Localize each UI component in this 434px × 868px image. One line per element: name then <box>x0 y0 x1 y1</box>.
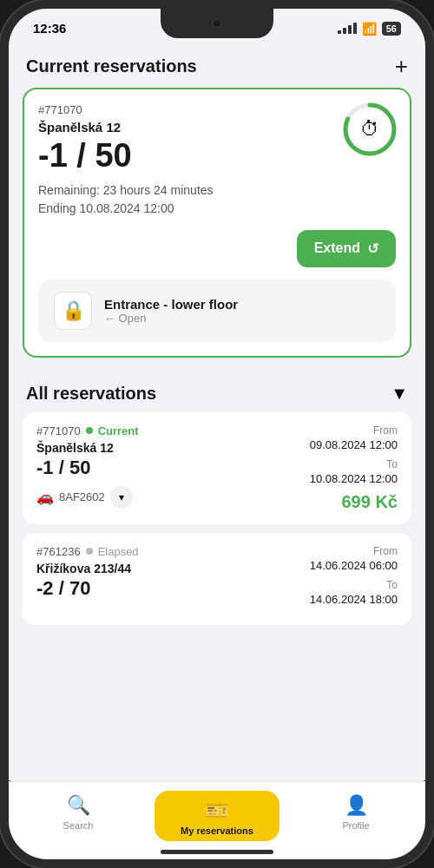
status-dot-elapsed <box>86 548 93 555</box>
res-left-col: #771070 Current Španělská 12 -1 / 50 🚗 8… <box>36 424 217 512</box>
from-label: From <box>217 545 398 557</box>
res-left-col: #761236 Elapsed Křižíkova 213/44 -2 / 70 <box>36 545 217 613</box>
current-reservations-header: Current reservations + <box>9 41 425 88</box>
battery-indicator: 56 <box>382 22 401 36</box>
status-right-icons: 📶 56 <box>338 22 401 36</box>
signal-bar-2 <box>343 28 346 34</box>
home-indicator <box>161 850 273 854</box>
extend-label: Extend <box>314 240 360 256</box>
extend-button[interactable]: Extend ↺ <box>297 230 396 267</box>
res-car-row: 🚗 8AF2602 ▾ <box>36 486 217 509</box>
res-id-text: #761236 <box>36 545 81 558</box>
status-current-label: Current <box>98 424 139 437</box>
res-location: Křižíkova 213/44 <box>36 562 217 575</box>
entrance-label: Entrance - lower floor <box>104 297 380 312</box>
res-spot: -2 / 70 <box>36 577 217 600</box>
to-date: 14.06.2024 18:00 <box>217 593 398 606</box>
list-item[interactable]: #761236 Elapsed Křižíkova 213/44 -2 / 70… <box>23 533 411 625</box>
res-price: 699 Kč <box>217 492 398 512</box>
to-date: 10.08.2024 12:00 <box>217 472 398 485</box>
current-section-title: Current reservations <box>26 56 197 76</box>
current-reservation-card: ⏱ #771070 Španělská 12 -1 / 50 Remaining… <box>23 88 411 358</box>
time-display: 12:36 <box>33 21 66 36</box>
wifi-icon: 📶 <box>362 22 377 36</box>
res-id-text: #771070 <box>36 424 81 437</box>
res-car-plate: 8AF2602 <box>59 490 105 503</box>
signal-bar-1 <box>338 30 341 34</box>
all-reservations-header: All reservations ▼ <box>9 372 425 412</box>
lock-icon-container: 🔒 <box>54 292 92 330</box>
status-dot-current <box>86 427 93 434</box>
nav-center-bg: 🎫 My reservations <box>155 791 279 841</box>
expand-button[interactable]: ▾ <box>110 486 133 509</box>
from-date: 14.06.2024 06:00 <box>217 559 398 572</box>
nav-profile[interactable]: 👤 Profile <box>286 791 425 831</box>
entrance-bar[interactable]: 🔒 Entrance - lower floor ← Open <box>38 279 396 342</box>
car-icon: 🚗 <box>36 489 54 505</box>
list-item[interactable]: #771070 Current Španělská 12 -1 / 50 🚗 8… <box>23 412 411 524</box>
signal-bars <box>338 23 357 34</box>
from-label: From <box>217 424 398 437</box>
res-id-row: #771070 Current <box>36 424 217 437</box>
from-date: 09.08.2024 12:00 <box>217 438 398 451</box>
bottom-nav: 🔍 Search 🎫 My reservations 👤 Profile <box>9 781 425 859</box>
open-label: ← Open <box>104 312 380 325</box>
remaining-text: Remaining: 23 hours 24 minutes <box>38 181 396 200</box>
filter-icon[interactable]: ▼ <box>391 384 408 404</box>
refresh-icon: ↺ <box>367 240 378 257</box>
signal-bar-4 <box>353 23 357 34</box>
phone-frame: 12:36 📶 56 Current reservations + <box>0 0 434 868</box>
notch <box>161 9 273 38</box>
add-reservation-button[interactable]: + <box>395 55 408 77</box>
search-nav-label: Search <box>63 820 94 831</box>
main-content: Current reservations + ⏱ #771070 Španěls… <box>9 41 425 780</box>
to-label: To <box>217 458 398 470</box>
res-location: Španělská 12 <box>36 441 217 455</box>
lock-icon: 🔒 <box>62 299 85 322</box>
front-camera <box>212 18 222 29</box>
status-elapsed-label: Elapsed <box>98 545 139 558</box>
nav-search[interactable]: 🔍 Search <box>9 791 148 831</box>
ending-text: Ending 10.08.2024 12:00 <box>38 200 396 218</box>
stopwatch-icon: ⏱ <box>360 118 379 141</box>
signal-bar-3 <box>348 25 352 34</box>
all-section-title: All reservations <box>26 384 156 404</box>
res-spot: -1 / 50 <box>36 457 217 479</box>
res-right-col: From 14.06.2024 06:00 To 14.06.2024 18:0… <box>217 545 398 613</box>
reservation-remaining: Remaining: 23 hours 24 minutes Ending 10… <box>38 181 396 218</box>
my-reservations-nav-label: My reservations <box>181 825 253 836</box>
profile-nav-label: Profile <box>342 820 369 831</box>
reservations-icon: 🎫 <box>205 799 228 822</box>
res-right-col: From 09.08.2024 12:00 To 10.08.2024 12:0… <box>217 424 398 512</box>
res-id-row: #761236 Elapsed <box>36 545 217 558</box>
nav-my-reservations[interactable]: 🎫 My reservations <box>148 791 286 841</box>
timer-circle: ⏱ <box>342 102 398 157</box>
profile-icon: 👤 <box>345 794 368 817</box>
entrance-text: Entrance - lower floor ← Open <box>104 297 380 325</box>
search-icon: 🔍 <box>67 794 90 817</box>
to-label: To <box>217 579 398 591</box>
